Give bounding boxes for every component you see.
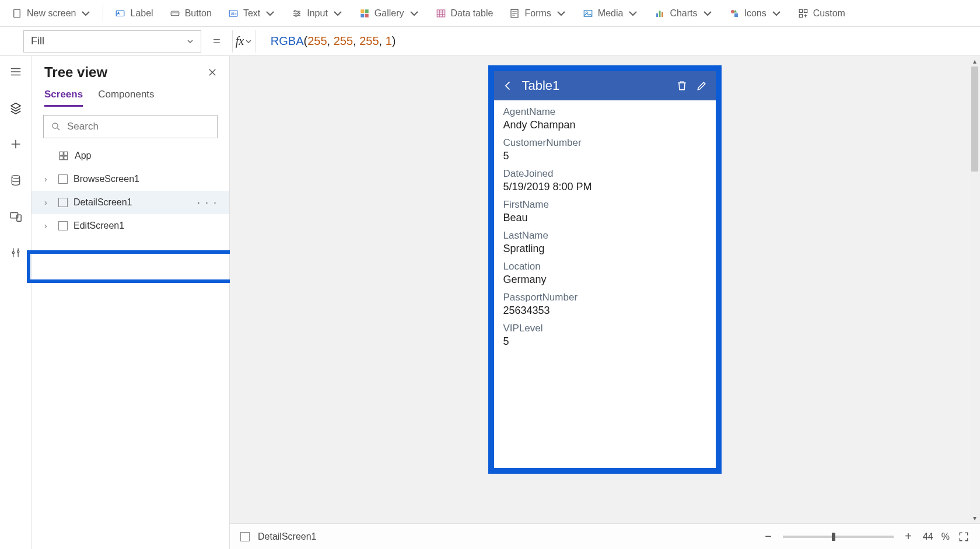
property-name: Fill (31, 35, 44, 47)
field-value: 5/19/2019 8:00 PM (503, 181, 706, 193)
field-label: DateJoined (503, 168, 706, 180)
svg-rect-33 (60, 156, 63, 160)
tree-node-editscreen[interactable]: › EditScreen1 (32, 214, 229, 237)
status-bar: DetailScreen1 − + 44 % (230, 523, 980, 549)
svg-rect-1 (117, 11, 125, 16)
gallery-icon (359, 8, 370, 19)
field-label: CustomerNumber (503, 137, 706, 149)
screen-icon (12, 8, 22, 19)
left-rail (0, 56, 32, 549)
fit-screen-icon[interactable] (958, 531, 970, 543)
insert-input-label: Input (307, 8, 328, 19)
insert-rail-button[interactable] (6, 134, 26, 154)
back-icon[interactable] (502, 80, 514, 92)
data-rail-button[interactable] (6, 170, 26, 190)
table-icon (436, 8, 446, 19)
form-icon (509, 8, 520, 19)
tree-node-app[interactable]: App (32, 144, 229, 167)
field-label: Location (503, 261, 706, 272)
field-value: 25634353 (503, 305, 706, 317)
phone-preview: Table1 AgentNameAndy Champan CustomerNum… (494, 71, 716, 468)
media-rail-button[interactable] (6, 207, 26, 226)
expand-icon[interactable]: › (44, 174, 52, 184)
expand-icon[interactable]: › (44, 221, 52, 230)
screen-glyph-icon (58, 198, 68, 207)
scroll-down-icon[interactable]: ▾ (970, 513, 980, 523)
tab-screens[interactable]: Screens (44, 89, 83, 107)
field-label: AgentName (503, 106, 706, 118)
svg-rect-32 (64, 152, 68, 155)
svg-rect-13 (437, 10, 445, 17)
zoom-percent: % (942, 531, 950, 542)
chevron-down-icon (771, 8, 782, 19)
more-menu-icon[interactable]: · · · (197, 197, 218, 209)
zoom-out-button[interactable]: − (762, 530, 775, 543)
tree-node-browsescreen[interactable]: › BrowseScreen1 (32, 167, 229, 191)
fx-button[interactable]: fx (232, 30, 256, 53)
canvas-scrollbar[interactable]: ▴ ▾ (970, 56, 980, 523)
hamburger-icon (9, 65, 22, 78)
svg-rect-34 (64, 156, 68, 160)
insert-datatable-label: Data table (451, 8, 494, 19)
insert-media-label: Media (598, 8, 624, 19)
database-icon (10, 174, 22, 187)
field-label: LastName (503, 230, 706, 242)
insert-input-menu[interactable]: Input (285, 5, 350, 22)
button-icon (170, 8, 180, 19)
field-label: VIPLevel (503, 323, 706, 334)
svg-point-28 (12, 251, 14, 253)
tree-search-input[interactable] (67, 121, 210, 132)
new-screen-menu[interactable]: New screen (5, 5, 98, 22)
design-canvas[interactable]: Table1 AgentNameAndy Champan CustomerNum… (230, 56, 980, 549)
insert-datatable-button[interactable]: Data table (429, 5, 501, 22)
devices-icon (9, 210, 22, 223)
svg-rect-9 (360, 9, 364, 13)
insert-forms-menu[interactable]: Forms (502, 5, 573, 22)
expand-icon[interactable]: › (44, 198, 52, 207)
zoom-slider[interactable] (783, 536, 894, 538)
insert-charts-menu[interactable]: Charts (648, 5, 719, 22)
svg-point-30 (52, 123, 58, 128)
insert-button-button[interactable]: Button (163, 5, 219, 22)
field-value: Germany (503, 274, 706, 286)
tool-icon (10, 246, 22, 259)
property-dropdown[interactable]: Fill (23, 30, 201, 53)
insert-label-button[interactable]: Label (108, 5, 160, 22)
insert-media-menu[interactable]: Media (576, 5, 646, 22)
chevron-down-icon (628, 8, 638, 19)
insert-icons-menu[interactable]: Icons (722, 5, 789, 22)
field-label: PassportNumber (503, 292, 706, 303)
field-value: Beau (503, 212, 706, 224)
insert-forms-label: Forms (524, 8, 551, 19)
tree-node-detailscreen[interactable]: › DetailScreen1 · · · (32, 191, 229, 214)
sliders-icon (292, 8, 302, 19)
edit-icon[interactable] (696, 80, 708, 92)
trash-icon[interactable] (676, 79, 688, 92)
close-icon[interactable] (207, 67, 218, 78)
field-row: DateJoined5/19/2019 8:00 PM (503, 168, 706, 193)
tree-search[interactable] (43, 115, 218, 138)
tab-components[interactable]: Components (98, 89, 154, 107)
equals-sign: = (209, 34, 224, 49)
tree-view-rail-button[interactable] (6, 98, 26, 118)
label-icon (115, 8, 125, 19)
scrollbar-thumb[interactable] (971, 67, 978, 172)
phone-header: Table1 (494, 71, 716, 100)
formula-input[interactable]: RGBA(255, 255, 255, 1) (264, 30, 974, 53)
tools-rail-button[interactable] (6, 243, 26, 263)
svg-rect-18 (659, 11, 661, 17)
svg-rect-19 (662, 12, 663, 16)
formula-bar: Fill = fx RGBA(255, 255, 255, 1) (0, 27, 980, 56)
tree-node-label: DetailScreen1 (74, 197, 132, 208)
scroll-up-icon[interactable]: ▴ (970, 56, 980, 67)
zoom-in-button[interactable]: + (902, 530, 915, 543)
field-row: VIPLevel5 (503, 323, 706, 348)
status-screen-name: DetailScreen1 (258, 531, 317, 542)
insert-gallery-menu[interactable]: Gallery (352, 5, 426, 22)
insert-button-text: Button (185, 8, 212, 19)
insert-custom-menu[interactable]: Custom (791, 5, 852, 22)
insert-text-menu[interactable]: Abc Text (221, 5, 282, 22)
zoom-thumb[interactable] (832, 533, 835, 541)
insert-label-text: Label (130, 8, 153, 19)
hamburger-button[interactable] (6, 62, 26, 82)
